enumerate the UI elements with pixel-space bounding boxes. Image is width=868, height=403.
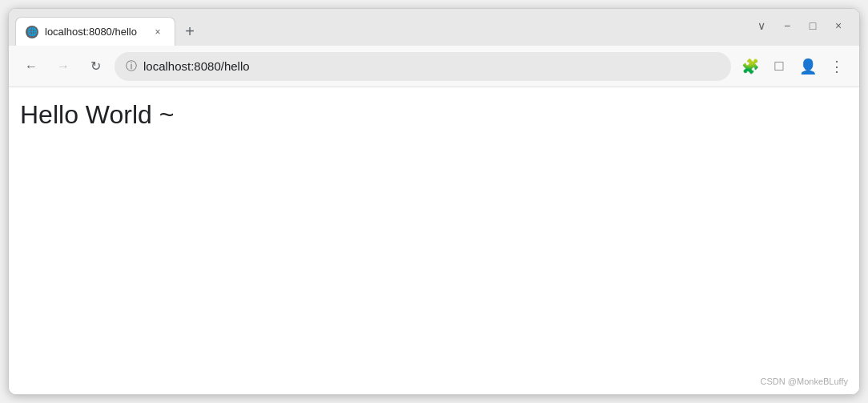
address-bar[interactable]: ⓘ localhost:8080/hello — [115, 52, 731, 81]
page-content: Hello World ~ CSDN @MonkeBLuffy — [9, 87, 859, 394]
tab-title: localhost:8080/hello — [45, 26, 144, 38]
reload-button[interactable]: ↻ — [82, 54, 108, 79]
info-icon: ⓘ — [126, 59, 137, 74]
menu-button[interactable]: ⋮ — [824, 54, 850, 79]
browser-window: 🌐 localhost:8080/hello × + ∨ − □ × ← → ↻… — [8, 8, 860, 395]
nav-bar: ← → ↻ ⓘ localhost:8080/hello 🧩 □ 👤 ⋮ — [9, 46, 859, 87]
window-controls: ∨ − □ × — [750, 14, 859, 40]
new-tab-button[interactable]: + — [179, 20, 201, 42]
watermark: CSDN @MonkeBLuffy — [761, 377, 848, 386]
nav-actions: 🧩 □ 👤 ⋮ — [737, 54, 850, 79]
tab-close-button[interactable]: × — [151, 25, 165, 39]
url-text: localhost:8080/hello — [143, 59, 250, 73]
restore-button[interactable]: □ — [802, 14, 824, 37]
profile-button[interactable]: 👤 — [795, 54, 821, 79]
active-tab[interactable]: 🌐 localhost:8080/hello × — [15, 17, 175, 46]
back-button[interactable]: ← — [18, 54, 44, 79]
title-bar: 🌐 localhost:8080/hello × + ∨ − □ × — [9, 9, 859, 46]
tab-area: 🌐 localhost:8080/hello × + — [9, 9, 750, 46]
tabs-dropdown-button[interactable]: ∨ — [750, 14, 773, 37]
page-heading: Hello World ~ — [20, 100, 848, 130]
close-button[interactable]: × — [827, 14, 850, 37]
split-screen-button[interactable]: □ — [766, 54, 792, 79]
minimize-button[interactable]: − — [776, 14, 798, 37]
tab-favicon-icon: 🌐 — [26, 26, 38, 38]
extensions-button[interactable]: 🧩 — [737, 54, 763, 79]
forward-button[interactable]: → — [50, 54, 76, 79]
